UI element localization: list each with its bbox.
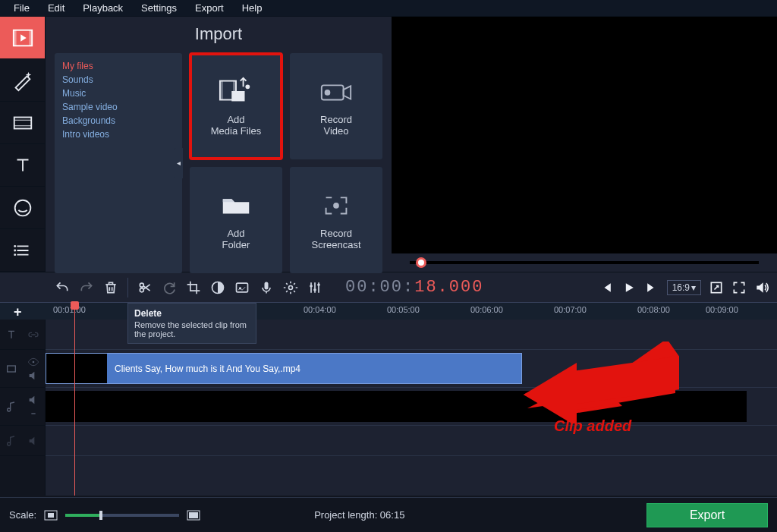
cat-my-files[interactable]: My files <box>62 59 175 73</box>
track-header-audio-2[interactable] <box>0 426 45 456</box>
svg-rect-21 <box>237 283 248 292</box>
next-icon[interactable] <box>644 280 659 295</box>
track-header-audio[interactable] <box>0 388 45 426</box>
gear-icon[interactable] <box>283 280 298 295</box>
zoom-out-frame-icon[interactable] <box>44 510 58 521</box>
tooltip-title: Delete <box>134 308 250 319</box>
sticker-icon <box>11 197 34 219</box>
svg-rect-2 <box>29 30 32 46</box>
track-header-video[interactable] <box>0 350 45 388</box>
delete-icon[interactable] <box>103 280 118 295</box>
link-icon[interactable] <box>27 408 39 420</box>
timeline-ruler[interactable]: + 00:01:00 00:02:00 00:03:00 00:04:00 00… <box>0 303 777 320</box>
record-screencast-card[interactable]: Record Screencast <box>290 167 382 273</box>
record-audio-icon[interactable] <box>259 280 274 295</box>
collapse-categories[interactable]: ◂ <box>174 148 183 178</box>
tool-more[interactable] <box>0 229 45 272</box>
video-clip[interactable]: Clients Say, How much is it And You Say,… <box>46 353 522 384</box>
film-icon <box>5 363 17 375</box>
folder-icon <box>219 190 253 220</box>
redo-icon[interactable] <box>79 280 94 295</box>
film-play-icon <box>11 27 34 49</box>
filmstrip-icon <box>11 112 34 134</box>
card-label: Record <box>320 114 352 125</box>
card-label: Video <box>323 125 348 137</box>
playhead[interactable] <box>74 303 75 496</box>
svg-point-24 <box>289 285 293 289</box>
volume-icon[interactable] <box>754 280 769 295</box>
menu-help[interactable]: Help <box>233 1 272 15</box>
card-label: Add <box>227 114 244 125</box>
zoom-in-frame-icon[interactable] <box>187 510 200 521</box>
clip-name: Clients Say, How much is it And You Say,… <box>115 364 300 374</box>
preview-seek-handle[interactable] <box>416 257 426 268</box>
menu-settings[interactable]: Settings <box>132 1 186 15</box>
add-track-button[interactable]: + <box>14 304 22 320</box>
cat-backgrounds[interactable]: Backgrounds <box>62 114 175 127</box>
lane-audio-2[interactable] <box>46 426 777 456</box>
tool-stickers[interactable] <box>0 187 45 229</box>
add-folder-card[interactable]: Add Folder <box>190 167 282 273</box>
volume-icon[interactable] <box>27 435 39 447</box>
equalizer-icon[interactable] <box>307 280 322 295</box>
chevron-down-icon: ▾ <box>691 282 696 293</box>
eye-icon[interactable] <box>27 356 39 368</box>
svg-marker-34 <box>524 363 577 423</box>
menu-file[interactable]: File <box>5 1 39 15</box>
clip-properties-icon[interactable] <box>234 280 250 295</box>
aspect-ratio-label: 16:9 <box>672 282 690 293</box>
tool-transitions[interactable] <box>0 102 45 144</box>
export-button[interactable]: Export <box>646 503 768 527</box>
ruler-tick: 00:09:00 <box>706 305 738 314</box>
screencast-icon <box>319 190 354 220</box>
svg-rect-29 <box>7 366 15 372</box>
tool-import[interactable] <box>0 17 45 59</box>
card-label: Media Files <box>211 125 261 137</box>
volume-icon[interactable] <box>27 394 39 406</box>
preview-panel <box>392 17 777 272</box>
timecode-hot: 18.000 <box>414 278 483 297</box>
import-panel: Import My files Sounds Music Sample vide… <box>46 17 392 272</box>
svg-point-30 <box>33 360 35 363</box>
rotate-icon[interactable] <box>162 280 177 295</box>
scale-slider[interactable] <box>65 514 179 517</box>
svg-point-14 <box>245 84 250 89</box>
tooltip-body: Remove the selected clip from the projec… <box>134 320 247 338</box>
crop-icon[interactable] <box>186 280 201 295</box>
tool-titles[interactable] <box>0 144 45 187</box>
menu-edit[interactable]: Edit <box>39 1 74 15</box>
cat-sample-video[interactable]: Sample video <box>62 100 175 114</box>
scale-slider-knob[interactable] <box>99 511 102 520</box>
text-icon <box>11 154 34 177</box>
annotation-label: Clip added <box>554 417 631 435</box>
tool-column <box>0 17 46 272</box>
delete-tooltip: Delete Remove the selected clip from the… <box>127 303 256 344</box>
prev-icon[interactable] <box>599 280 614 295</box>
fullscreen-icon[interactable] <box>731 280 747 295</box>
svg-point-17 <box>333 203 339 209</box>
play-icon[interactable] <box>621 280 637 295</box>
ruler-tick: 00:04:00 <box>304 305 336 314</box>
detach-icon[interactable] <box>709 280 724 295</box>
cat-music[interactable]: Music <box>62 87 175 100</box>
color-adjust-icon[interactable] <box>210 280 225 295</box>
record-video-card[interactable]: Record Video <box>290 53 382 159</box>
track-headers-column <box>0 320 46 496</box>
track-header-titles[interactable] <box>0 320 45 350</box>
aspect-ratio-selector[interactable]: 16:9▾ <box>667 280 701 295</box>
menu-playback[interactable]: Playback <box>74 1 132 15</box>
cat-sounds[interactable]: Sounds <box>62 73 175 87</box>
import-categories: My files Sounds Music Sample video Backg… <box>55 53 182 273</box>
link-icon <box>27 329 39 341</box>
split-icon[interactable] <box>137 280 153 295</box>
cat-intro-videos[interactable]: Intro videos <box>62 127 175 141</box>
tool-magic[interactable] <box>0 59 45 102</box>
scale-label: Scale: <box>9 509 36 521</box>
menu-export[interactable]: Export <box>186 1 233 15</box>
volume-icon[interactable] <box>27 370 39 382</box>
add-media-files-card[interactable]: Add Media Files <box>190 53 282 159</box>
preview-seekbar[interactable] <box>410 261 759 264</box>
undo-icon[interactable] <box>55 280 70 295</box>
ruler-tick: 00:05:00 <box>387 305 420 314</box>
timecode: 00:00:18.000 <box>332 278 483 297</box>
